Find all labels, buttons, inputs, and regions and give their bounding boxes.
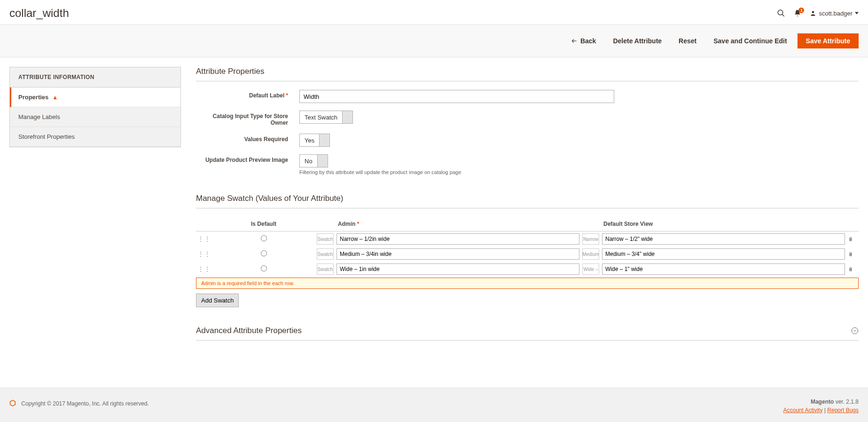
update-preview-label: Update Product Preview Image [196,154,299,163]
is-default-radio[interactable] [261,250,267,256]
section-title-properties: Attribute Properties [196,67,859,81]
drag-handle-icon[interactable]: ⋮⋮ [196,231,212,247]
sidebar-item-storefront-properties[interactable]: Storefront Properties [10,127,180,147]
main-content: Attribute Properties Default Label* Cata… [196,67,859,359]
search-icon[interactable] [777,9,785,17]
delete-row-icon[interactable] [846,262,859,277]
values-required-label: Values Required [196,134,299,143]
page-footer: ⬡ Copyright © 2017 Magento, Inc. All rig… [0,388,868,422]
swatch-error-banner: Admin is a required field in the each ro… [196,278,859,289]
table-row: ⋮⋮SwatchWide – [196,262,859,277]
is-default-radio[interactable] [261,235,267,241]
arrow-left-icon [571,38,578,44]
values-required-select[interactable]: Yes [299,134,330,147]
input-type-select[interactable]: Text Swatch [299,111,353,124]
svg-point-4 [852,327,858,334]
store-swatch-preview[interactable]: Wide – [582,263,599,275]
store-value-input[interactable] [602,263,845,275]
reset-button[interactable]: Reset [670,33,705,48]
section-title-advanced[interactable]: Advanced Attribute Properties [196,326,859,341]
col-is-default: Is Default [212,217,315,231]
default-label-input[interactable] [299,90,614,103]
store-swatch-preview[interactable]: Narrow [582,233,599,245]
actions-bar: Back Delete Attribute Reset Save and Con… [0,25,868,57]
warning-icon: ▲ [52,94,58,101]
page-header: collar_width 1 scott.badger [0,0,868,25]
account-activity-link[interactable]: Account Activity [783,407,822,414]
back-button[interactable]: Back [563,33,604,48]
svg-line-1 [782,14,785,16]
admin-swatch-preview[interactable]: Swatch [317,248,334,260]
sidebar-item-manage-labels[interactable]: Manage Labels [10,107,180,127]
report-bugs-link[interactable]: Report Bugs [827,407,859,414]
col-default-store: Default Store View [601,217,846,231]
store-value-input[interactable] [602,233,845,245]
delete-row-icon[interactable] [846,247,859,262]
page-title: collar_width [9,7,69,20]
user-menu[interactable]: scott.badger [810,10,859,17]
sidebar: ATTRIBUTE INFORMATION Properties ▲ Manag… [9,67,181,359]
drag-handle-icon[interactable]: ⋮⋮ [196,247,212,262]
notification-bell-icon[interactable]: 1 [794,9,801,17]
admin-value-input[interactable] [336,248,579,260]
chevron-down-icon [855,11,859,15]
table-row: ⋮⋮SwatchMedium [196,247,859,262]
delete-attribute-button[interactable]: Delete Attribute [604,33,670,48]
attribute-properties-section: Attribute Properties Default Label* Cata… [196,67,859,175]
sidebar-heading: ATTRIBUTE INFORMATION [10,67,180,88]
save-continue-button[interactable]: Save and Continue Edit [705,33,795,48]
user-icon [810,10,816,16]
delete-row-icon[interactable] [846,231,859,247]
notification-badge: 1 [798,8,804,13]
admin-swatch-preview[interactable]: Swatch [317,263,334,275]
chevron-down-icon [342,111,352,123]
input-type-label: Catalog Input Type for Store Owner [196,111,299,126]
chevron-down-icon [319,134,329,146]
col-admin: Admin * [335,217,581,231]
svg-point-0 [778,10,783,15]
add-swatch-button[interactable]: Add Swatch [196,294,239,307]
advanced-properties-section: Advanced Attribute Properties [196,326,859,341]
is-default-radio[interactable] [261,265,267,271]
swatch-table: Is Default Admin * Default Store View ⋮⋮… [196,217,859,277]
chevron-down-icon [317,155,328,167]
drag-handle-icon[interactable]: ⋮⋮ [196,262,212,277]
admin-value-input[interactable] [336,233,579,245]
store-value-input[interactable] [602,248,845,260]
section-title-swatch: Manage Swatch (Values of Your Attribute) [196,194,859,208]
svg-point-2 [812,11,814,13]
admin-swatch-preview[interactable]: Swatch [317,233,334,245]
header-tools: 1 scott.badger [777,9,859,17]
copyright-text: Copyright © 2017 Magento, Inc. All right… [21,400,149,407]
magento-logo-icon: ⬡ [9,399,16,407]
manage-swatch-section: Manage Swatch (Values of Your Attribute)… [196,194,859,307]
store-swatch-preview[interactable]: Medium [582,248,599,260]
update-preview-hint: Filtering by this attribute will update … [299,169,628,175]
table-row: ⋮⋮SwatchNarrow [196,231,859,247]
save-attribute-button[interactable]: Save Attribute [798,33,859,48]
sidebar-item-properties[interactable]: Properties ▲ [10,88,180,107]
admin-value-input[interactable] [336,263,579,275]
update-preview-select[interactable]: No [299,154,328,167]
chevron-down-circle-icon [851,327,859,334]
default-label-label: Default Label* [196,90,299,99]
